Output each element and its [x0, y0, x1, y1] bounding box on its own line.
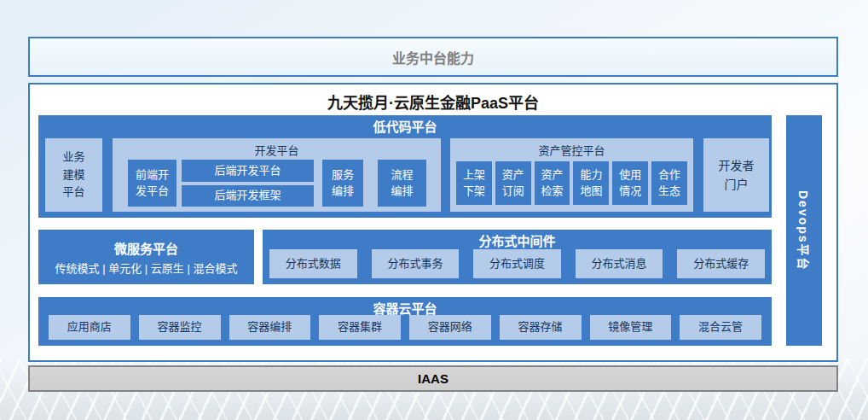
asset-item-search-box: 资产 检索 — [535, 161, 570, 205]
middleware-items-row: 分布式数据 分布式事务 分布式调度 分布式消息 分布式缓存 — [269, 249, 765, 278]
business-modeling-platform-box: 业务 建模 平台 — [45, 138, 102, 212]
asset-item-usage-box: 使用 情况 — [612, 161, 648, 205]
container-cluster-box: 容器集群 — [319, 315, 401, 340]
dev-platform-title: 开发平台 — [113, 142, 441, 158]
backend-dev-platform-box: 后端开发平台 — [182, 160, 314, 182]
image-management-box: 镜像管理 — [590, 315, 672, 340]
business-midplatform-banner: 业务中台能力 — [28, 37, 838, 77]
container-cloud-section: 容器云平台 应用商店 容器监控 容器编排 容器集群 容器网络 容器存储 镜像管理… — [38, 297, 772, 346]
lowcode-platform-section: 低代码平台 业务 建模 平台 开发平台 前端开 发平台 后端开发平台 后端开发框… — [38, 115, 772, 218]
paas-platform-title: 九天揽月·云原生金融PaaS平台 — [30, 90, 836, 113]
asset-item-ecosystem-box: 合作 生态 — [651, 161, 687, 205]
distributed-scheduling-box: 分布式调度 — [473, 249, 561, 278]
asset-item-subscription-box: 资产 订阅 — [495, 161, 531, 205]
microservice-platform-section: 微服务平台 传统模式 | 单元化 | 云原生 | 混合模式 — [38, 230, 254, 284]
business-midplatform-label: 业务中台能力 — [392, 47, 474, 67]
iaas-label: IAAS — [418, 371, 448, 386]
lowcode-platform-title: 低代码平台 — [38, 117, 772, 135]
container-network-box: 容器网络 — [409, 315, 491, 340]
developer-portal-box: 开发者 门户 — [703, 138, 769, 212]
distributed-cache-box: 分布式缓存 — [677, 249, 765, 278]
hybrid-cloud-mgmt-box: 混合云管 — [680, 315, 761, 340]
frontend-dev-platform-box: 前端开 发平台 — [128, 160, 176, 207]
container-cloud-title: 容器云平台 — [38, 299, 772, 317]
process-orchestration-box: 流程 编排 — [378, 160, 426, 207]
container-items-row: 应用商店 容器监控 容器编排 容器集群 容器网络 容器存储 镜像管理 混合云管 — [49, 315, 761, 340]
distributed-message-box: 分布式消息 — [576, 249, 663, 278]
distributed-middleware-section: 分布式中间件 分布式数据 分布式事务 分布式调度 分布式消息 分布式缓存 — [263, 230, 772, 284]
service-orchestration-box: 服务 编排 — [322, 160, 363, 207]
asset-item-capability-map-box: 能力 地图 — [573, 161, 609, 205]
asset-items-row: 上架 下架 资产 订阅 资产 检索 能力 地图 使用 情况 合作 生态 — [456, 161, 687, 205]
microservice-modes-label: 传统模式 | 单元化 | 云原生 | 混合模式 — [55, 260, 238, 276]
asset-control-group: 资产管控平台 上架 下架 资产 订阅 资产 检索 能力 地图 使用 情况 合作 … — [450, 138, 693, 212]
devops-platform-bar: Devops平台 — [786, 115, 822, 346]
container-storage-box: 容器存储 — [500, 315, 582, 340]
paas-platform-panel: 九天揽月·云原生金融PaaS平台 低代码平台 业务 建模 平台 开发平台 前端开… — [28, 83, 838, 362]
distributed-transaction-box: 分布式事务 — [372, 249, 460, 278]
iaas-bar: IAAS — [28, 365, 838, 392]
microservice-platform-title: 微服务平台 — [114, 239, 178, 257]
distributed-data-box: 分布式数据 — [269, 249, 357, 278]
container-monitoring-box: 容器监控 — [139, 315, 221, 340]
backend-dev-framework-box: 后端开发框架 — [182, 185, 314, 207]
distributed-middleware-title: 分布式中间件 — [263, 231, 772, 249]
backend-stack: 后端开发平台 后端开发框架 — [182, 160, 314, 207]
container-orchestration-box: 容器编排 — [229, 315, 311, 340]
dev-platform-group: 开发平台 前端开 发平台 后端开发平台 后端开发框架 服务 编排 流程 编排 — [113, 138, 441, 212]
asset-item-shelf-box: 上架 下架 — [456, 161, 492, 205]
asset-control-title: 资产管控平台 — [450, 142, 693, 158]
app-store-box: 应用商店 — [49, 315, 130, 340]
